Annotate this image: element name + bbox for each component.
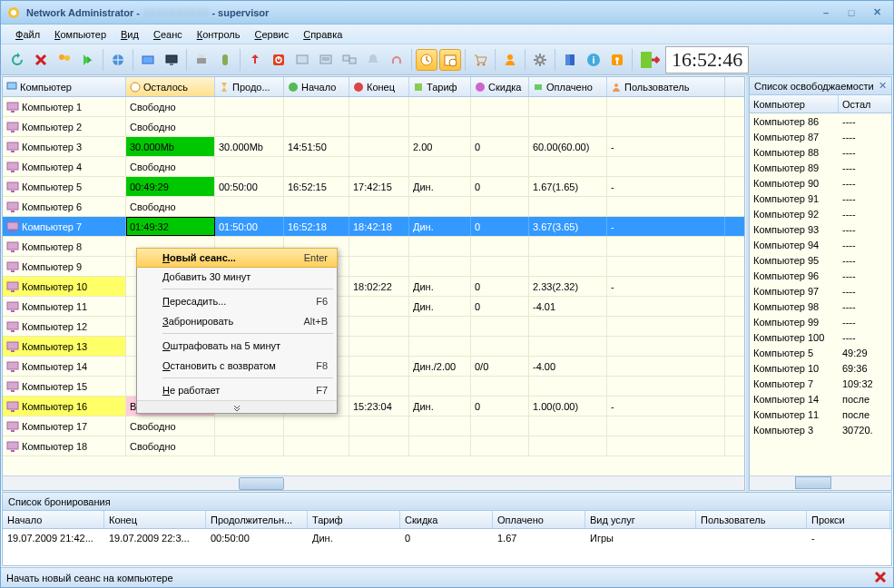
list-item[interactable]: Компьютер 7109:32 [750, 376, 891, 391]
print-icon[interactable] [191, 49, 212, 71]
table-row[interactable]: Компьютер 15 [3, 377, 744, 397]
table-row[interactable]: Компьютер 16Время вышло00:30:0014:53:041… [3, 397, 744, 416]
list-item[interactable]: Компьютер 100---- [750, 329, 891, 345]
key-icon[interactable] [606, 49, 628, 71]
bh-end[interactable]: Конец [104, 511, 206, 528]
menu-item[interactable]: Остановить с возвратомF8 [137, 356, 337, 376]
table-row[interactable]: Компьютер 12 [3, 317, 744, 337]
money-icon[interactable] [214, 49, 236, 71]
menu-control[interactable]: Контроль [190, 27, 248, 42]
list-item[interactable]: Компьютер 94---- [750, 237, 891, 252]
list-item[interactable]: Компьютер 90---- [750, 175, 891, 191]
rp-header-remain[interactable]: Остал [839, 95, 879, 113]
exit-icon[interactable] [638, 49, 660, 71]
table-row[interactable]: Компьютер 18Свободно [3, 436, 744, 456]
list-item[interactable]: Компьютер 93---- [750, 221, 891, 237]
list-item[interactable]: Компьютер 99---- [750, 314, 891, 329]
list-item[interactable]: Компьютер 97---- [750, 283, 891, 299]
status-x-icon[interactable] [873, 570, 888, 586]
bh-svc[interactable]: Вид услуг [585, 511, 696, 528]
menu-item[interactable]: ЗабронироватьAlt+B [137, 311, 337, 331]
list-item[interactable]: Компьютер 1069:36 [750, 360, 891, 376]
grid-hscrollbar[interactable] [3, 475, 744, 490]
list-item[interactable]: Компьютер 549:29 [750, 345, 891, 360]
table-row[interactable]: Компьютер 4Свободно [3, 157, 744, 177]
list-item[interactable]: Компьютер 14после [750, 391, 891, 407]
table-row[interactable]: Компьютер 1452:39Дин./2.000/0-4.00 [3, 357, 744, 377]
refresh-icon[interactable] [6, 49, 28, 71]
menu-view[interactable]: Вид [113, 27, 146, 42]
menu-expand-icon[interactable] [137, 400, 337, 413]
bh-proxy[interactable]: Прокси [807, 511, 890, 528]
user-icon[interactable] [499, 49, 521, 71]
menu-computer[interactable]: Компьютер [47, 27, 113, 42]
screen2-icon[interactable] [315, 49, 337, 71]
book-icon[interactable] [559, 49, 581, 71]
table-row[interactable]: Компьютер 8 [3, 237, 744, 257]
svg-rect-52 [7, 262, 18, 270]
forward-icon[interactable] [77, 49, 99, 71]
users-icon[interactable] [54, 49, 75, 71]
screens-icon[interactable] [339, 49, 360, 71]
bh-tariff[interactable]: Тариф [308, 511, 400, 528]
power-icon[interactable] [268, 49, 290, 71]
table-row[interactable]: Компьютер 6Свободно [3, 197, 744, 217]
menu-help[interactable]: Справка [296, 27, 349, 42]
bh-start[interactable]: Начало [3, 511, 104, 528]
menu-file[interactable]: Файл [8, 27, 47, 42]
list-item[interactable]: Компьютер 96---- [750, 268, 891, 283]
list-item[interactable]: Компьютер 89---- [750, 160, 891, 175]
close-button[interactable]: ✕ [866, 5, 888, 21]
booking-row[interactable]: 19.07.2009 21:42... 19.07.2009 22:3... 0… [3, 529, 891, 547]
cart-icon[interactable] [469, 49, 491, 71]
main-grid[interactable]: Компьютер Осталось Продо... Начало Конец… [2, 76, 745, 491]
table-row[interactable]: Компьютер 9 [3, 257, 744, 277]
table-row[interactable]: Компьютер 17Свободно [3, 416, 744, 436]
list-item[interactable]: Компьютер 95---- [750, 252, 891, 268]
table-row[interactable]: Компьютер 701:49:3201:50:0016:52:1818:42… [3, 217, 744, 237]
menu-item[interactable]: Новый сеанс...Enter [136, 248, 338, 268]
list-item[interactable]: Компьютер 88---- [750, 144, 891, 160]
delete-icon[interactable] [30, 49, 52, 71]
list-item[interactable]: Компьютер 11после [750, 407, 891, 422]
bh-paid[interactable]: Оплачено [493, 511, 585, 528]
list-item[interactable]: Компьютер 92---- [750, 206, 891, 221]
upload-icon[interactable] [244, 49, 266, 71]
rp-header-computer[interactable]: Компьютер [750, 95, 839, 113]
bell-icon[interactable] [362, 49, 384, 71]
clock-orange-icon[interactable] [416, 49, 437, 71]
menu-item[interactable]: Оштрафовать на 5 минут [137, 336, 337, 356]
menu-session[interactable]: Сеанс [146, 27, 190, 42]
maximize-button[interactable]: □ [840, 5, 862, 21]
table-row[interactable]: Компьютер 13 [3, 337, 744, 357]
screen1-icon[interactable] [291, 49, 313, 71]
bh-dur[interactable]: Продолжительн... [206, 511, 308, 528]
rp-hscrollbar[interactable] [750, 475, 891, 490]
list-item[interactable]: Компьютер 87---- [750, 129, 891, 144]
clock-calendar-icon[interactable] [439, 49, 461, 71]
list-item[interactable]: Компьютер 330720. [750, 422, 891, 437]
table-row[interactable]: Компьютер 1052:2218:02:22Дин.02.33(2.32)… [3, 277, 744, 297]
bh-user[interactable]: Пользователь [696, 511, 807, 528]
menu-item[interactable]: Добавить 30 минут [137, 267, 337, 287]
list-item[interactable]: Компьютер 91---- [750, 191, 891, 206]
menu-item[interactable]: Не работаетF7 [137, 380, 337, 400]
info-icon[interactable]: i [583, 49, 604, 71]
table-row[interactable]: Компьютер 2Свободно [3, 117, 744, 137]
table-row[interactable]: Компьютер 500:49:2900:50:0016:52:1517:42… [3, 177, 744, 197]
globe-icon[interactable] [107, 49, 129, 71]
card-icon[interactable] [137, 49, 159, 71]
minimize-button[interactable]: – [815, 5, 837, 21]
table-row[interactable]: Компьютер 330.000Mb30.000Mb14:51:502.000… [3, 137, 744, 157]
bh-disc[interactable]: Скидка [400, 511, 493, 528]
close-panel-icon[interactable]: ✕ [879, 80, 887, 92]
gear-icon[interactable] [529, 49, 551, 71]
list-item[interactable]: Компьютер 98---- [750, 299, 891, 314]
headset-icon[interactable] [386, 49, 408, 71]
menu-item[interactable]: Пересадить...F6 [137, 291, 337, 311]
table-row[interactable]: Компьютер 1152:54Дин.0-4.01 [3, 297, 744, 317]
monitor-icon[interactable] [161, 49, 182, 71]
table-row[interactable]: Компьютер 1Свободно [3, 97, 744, 117]
list-item[interactable]: Компьютер 86---- [750, 113, 891, 129]
menu-service[interactable]: Сервис [248, 27, 297, 42]
